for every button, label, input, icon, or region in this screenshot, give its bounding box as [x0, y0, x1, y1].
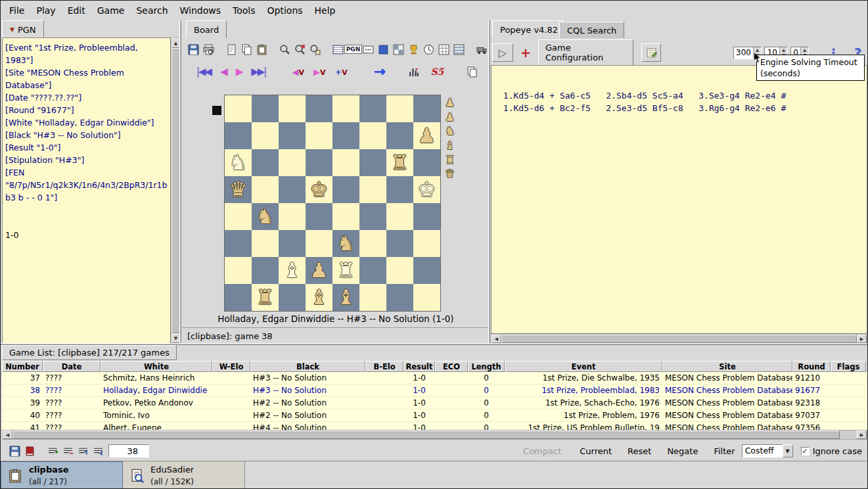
board-square[interactable] — [252, 230, 279, 257]
tab-cql-search[interactable]: CQL Search — [559, 22, 624, 38]
game-list-icon[interactable] — [331, 42, 346, 57]
column-header-number[interactable]: Number — [2, 361, 43, 372]
maintenance-icon[interactable] — [376, 42, 391, 57]
board-square[interactable]: ♞ — [252, 203, 279, 230]
board-square[interactable] — [359, 95, 386, 122]
goto-game-input[interactable] — [108, 444, 149, 457]
search-material-icon[interactable] — [308, 42, 323, 57]
board-square[interactable] — [413, 284, 440, 311]
game-row[interactable]: 40????Tominic, IvoH#2 -- No Solution1-00… — [2, 409, 867, 422]
tournament-icon[interactable] — [406, 42, 421, 57]
paste-icon[interactable] — [254, 42, 269, 57]
board-square[interactable]: ♝ — [279, 257, 306, 284]
mark-moves-icon[interactable] — [406, 64, 421, 80]
column-header-result[interactable]: Result — [403, 361, 435, 372]
board-square[interactable] — [279, 122, 306, 149]
board-square[interactable]: ♚ — [413, 176, 440, 203]
database-book-icon[interactable] — [22, 444, 37, 459]
board-square[interactable] — [413, 257, 440, 284]
menu-item-edit[interactable]: Edit — [62, 2, 91, 19]
column-header-white[interactable]: White — [101, 361, 212, 372]
board-square[interactable]: ♜ — [386, 149, 413, 176]
db-tab-edusadier[interactable]: EduSadier (all / 152K) — [123, 461, 245, 489]
notation-output-button[interactable] — [641, 43, 661, 62]
board-square[interactable] — [386, 284, 413, 311]
tab-board[interactable]: Board — [186, 20, 227, 38]
filter-remove-icon[interactable] — [60, 444, 76, 459]
scroll-left-icon[interactable]: ◀ — [491, 335, 501, 343]
menu-item-options[interactable]: Options — [262, 2, 309, 19]
column-header-w-elo[interactable]: W-Elo — [212, 361, 250, 372]
board-square[interactable] — [332, 122, 359, 149]
duplicate-game-icon[interactable] — [465, 64, 480, 80]
tree-window-icon[interactable] — [436, 42, 451, 57]
strip-comments-icon[interactable]: S5 — [430, 66, 444, 77]
board-square[interactable] — [359, 149, 386, 176]
splitter[interactable] — [488, 20, 490, 344]
column-header-event[interactable]: Event — [505, 361, 662, 372]
menu-item-windows[interactable]: Windows — [174, 2, 227, 19]
game-list-horizontal-scrollbar[interactable]: ◀ ▶ — [2, 430, 867, 440]
menu-item-tools[interactable]: Tools — [227, 2, 262, 19]
board-square[interactable] — [306, 122, 332, 149]
board-square[interactable] — [225, 203, 252, 230]
board-square[interactable] — [359, 284, 386, 311]
board-square[interactable] — [359, 176, 386, 203]
add-engine-button[interactable]: + — [516, 43, 536, 62]
filter-first-icon[interactable] — [76, 444, 91, 459]
board-square[interactable] — [252, 257, 279, 284]
filter-combobox[interactable]: Costeff ▼ — [742, 444, 793, 457]
board-square[interactable] — [359, 257, 386, 284]
game-configuration-button[interactable]: Game Configuration — [538, 39, 633, 66]
scroll-right-icon[interactable]: ▶ — [857, 335, 867, 343]
solve-play-button[interactable]: ▷ — [492, 43, 513, 62]
game-row[interactable]: 39????Petkov, Petko AndonovH#2 -- No Sol… — [2, 397, 867, 409]
reset-button[interactable]: Reset — [628, 446, 651, 456]
filter-add-icon[interactable] — [45, 444, 60, 459]
column-header-flags[interactable]: Flags — [831, 361, 866, 372]
db-tab-clipbase[interactable]: clipbase (all / 217) — [1, 461, 123, 489]
previous-move-icon[interactable]: ◀ — [220, 67, 227, 77]
menu-item-play[interactable]: Play — [30, 2, 61, 19]
board-square[interactable] — [386, 122, 413, 149]
column-header-length[interactable]: Length — [468, 361, 505, 372]
board-square[interactable] — [279, 284, 306, 311]
tab-pgn[interactable]: ▼ PGN — [2, 20, 44, 38]
filter-graph-icon[interactable] — [451, 42, 467, 57]
game-row[interactable]: 37????Schmitz, Hans HeinrichH#3 -- No So… — [2, 372, 867, 384]
game-row[interactable]: 41????Albert, EugeneH#4 -- No Solution1-… — [2, 422, 867, 430]
print-preview-icon[interactable] — [201, 42, 216, 57]
exit-variation-icon[interactable]: ◀V — [292, 67, 304, 77]
board-square[interactable] — [252, 122, 279, 149]
board-square[interactable] — [413, 95, 440, 122]
board-square[interactable]: ♝ — [306, 284, 332, 311]
board-square[interactable]: ♞ — [332, 230, 359, 257]
game-list-title-tab[interactable]: Game List: [clipbase] 217/217 games — [2, 345, 177, 360]
menu-item-help[interactable]: Help — [309, 2, 342, 19]
save-icon[interactable] — [186, 42, 201, 57]
scroll-thumb[interactable] — [501, 335, 857, 343]
board-square[interactable]: ♜ — [252, 284, 279, 311]
tab-popeye[interactable]: Popeye v4.82 — [492, 20, 566, 38]
board-square[interactable] — [279, 95, 306, 122]
board-square[interactable] — [306, 203, 332, 230]
first-move-icon[interactable]: |◀◀ — [196, 67, 211, 77]
column-header-round[interactable]: Round — [792, 361, 831, 372]
next-move-icon[interactable]: ▶ — [236, 67, 242, 77]
board-square[interactable] — [332, 95, 359, 122]
board-square[interactable]: ♟ — [413, 122, 440, 149]
board-square[interactable] — [359, 122, 386, 149]
ignore-case-checkbox[interactable]: ✓ — [801, 447, 810, 455]
board-square[interactable] — [225, 230, 252, 257]
chevron-down-icon[interactable]: ▼ — [783, 444, 793, 457]
filter-last-icon[interactable] — [91, 444, 106, 459]
board-square[interactable] — [225, 122, 252, 149]
board-square[interactable] — [252, 95, 279, 122]
board-square[interactable] — [279, 149, 306, 176]
column-header-eco[interactable]: ECO — [435, 361, 468, 372]
search-icon[interactable] — [277, 42, 292, 57]
enter-variation-icon[interactable]: ▶V — [313, 67, 326, 77]
engine-horizontal-scrollbar[interactable]: ◀ ▶ — [491, 334, 867, 344]
scroll-left-icon[interactable]: ◀ — [3, 431, 12, 439]
pgn-window-icon[interactable]: PGN — [346, 42, 361, 57]
